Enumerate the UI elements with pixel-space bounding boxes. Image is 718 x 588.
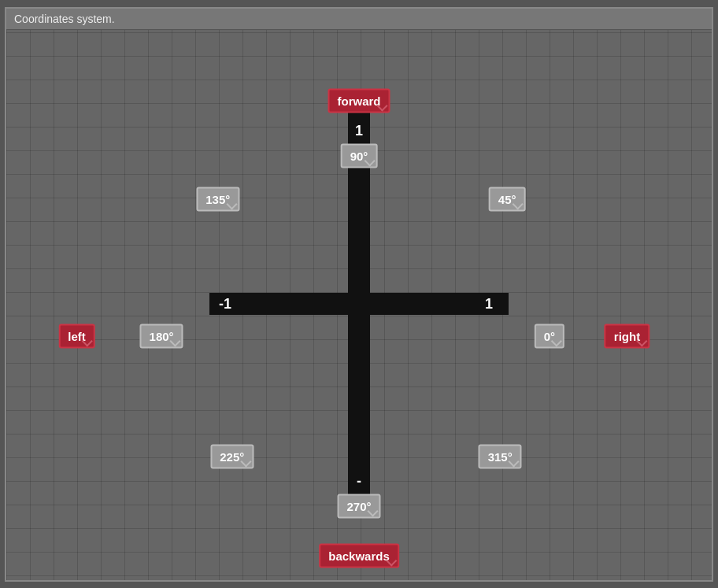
backwards-label: backwards [319, 543, 399, 568]
axis-left-value: -1 [214, 294, 236, 313]
window-title: Coordinates system. [14, 13, 115, 25]
deg180-label: 180° [140, 324, 183, 349]
axis-bottom-value: - [352, 471, 366, 490]
horizontal-axis [209, 293, 509, 315]
canvas-area: 1 - -1 1 forward 90° 45° 135° [6, 30, 712, 578]
right-label: right [605, 324, 650, 349]
main-window: Coordinates system. 1 - -1 1 forward 90° [5, 7, 713, 582]
left-label: left [58, 324, 95, 349]
axis-top-value: 1 [350, 120, 368, 140]
deg0-label: 0° [535, 324, 564, 349]
deg135-label: 135° [196, 187, 239, 212]
deg225-label: 225° [210, 445, 254, 469]
forward-label: forward [328, 88, 390, 113]
axis-right-value: 1 [480, 294, 498, 313]
title-bar: Coordinates system. [6, 9, 712, 30]
deg270-label: 270° [337, 494, 380, 519]
deg90-label: 90° [341, 143, 378, 168]
deg45-label: 45° [489, 187, 526, 212]
deg315-label: 315° [479, 445, 522, 469]
